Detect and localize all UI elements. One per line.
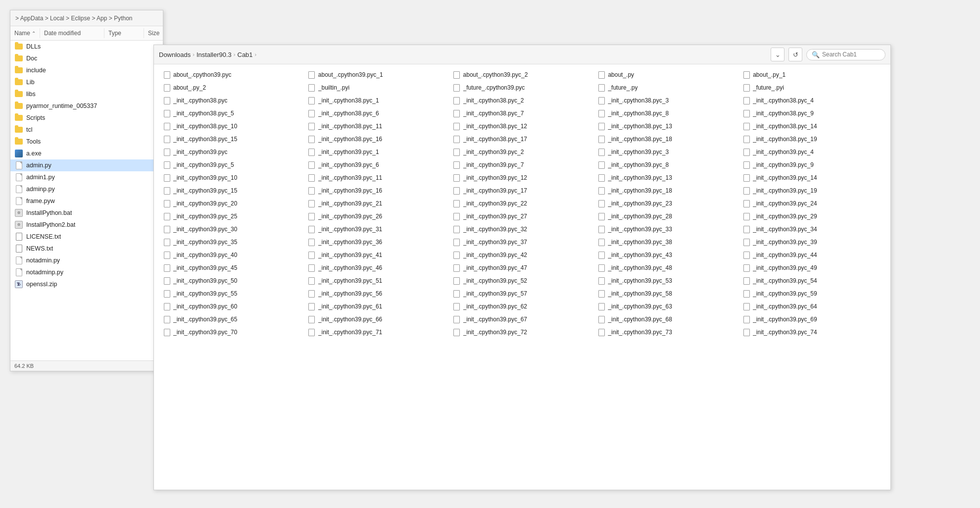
grid-item[interactable]: _future_.py xyxy=(594,81,739,94)
grid-item[interactable]: _init_.cpython38.pyc_8 xyxy=(594,107,739,120)
grid-item[interactable]: _init_.cpython39.pyc_74 xyxy=(739,326,884,339)
grid-item[interactable]: _init_.cpython38.pyc_15 xyxy=(160,133,305,146)
list-item[interactable]: adminp.py xyxy=(10,183,163,195)
grid-item[interactable]: _init_.cpython39.pyc_33 xyxy=(594,223,739,236)
grid-item[interactable]: _init_.cpython39.pyc_56 xyxy=(305,287,450,300)
grid-item[interactable]: _init_.cpython39.pyc_46 xyxy=(305,261,450,274)
grid-item[interactable]: _init_.cpython39.pyc_73 xyxy=(594,326,739,339)
list-item[interactable]: ⚙ InstallPython2.bat xyxy=(10,219,163,231)
list-item[interactable]: Doc xyxy=(10,52,163,64)
grid-item[interactable]: _init_.cpython38.pyc_5 xyxy=(160,107,305,120)
grid-item[interactable]: _init_.cpython39.pyc_43 xyxy=(594,249,739,261)
grid-item[interactable]: _init_.cpython39.pyc_22 xyxy=(450,197,595,210)
list-item[interactable]: LICENSE.txt xyxy=(10,231,163,243)
grid-item[interactable]: _init_.cpython39.pyc_21 xyxy=(305,197,450,210)
grid-item[interactable]: _init_.cpython38.pyc xyxy=(160,94,305,107)
grid-item[interactable]: _init_.cpython39.pyc_49 xyxy=(739,261,884,274)
grid-item[interactable]: _init_.cpython39.pyc_2 xyxy=(450,146,595,158)
grid-item[interactable]: _init_.cpython39.pyc_38 xyxy=(594,236,739,249)
grid-item[interactable]: _init_.cpython38.pyc_6 xyxy=(305,107,450,120)
grid-item[interactable]: _init_.cpython39.pyc_60 xyxy=(160,300,305,313)
grid-item[interactable]: _init_.cpython38.pyc_10 xyxy=(160,120,305,133)
col-date[interactable]: Date modified xyxy=(40,28,104,38)
grid-item[interactable]: _init_.cpython39.pyc_62 xyxy=(450,300,595,313)
grid-item[interactable]: _init_.cpython39.pyc_5 xyxy=(160,158,305,171)
grid-item[interactable]: _init_.cpython39.pyc_4 xyxy=(739,146,884,158)
left-breadcrumb[interactable]: > AppData > Local > Eclipse > App > Pyth… xyxy=(10,10,163,26)
grid-item[interactable]: _init_.cpython39.pyc_36 xyxy=(305,236,450,249)
grid-item[interactable]: _init_.cpython39.pyc_3 xyxy=(594,146,739,158)
grid-item[interactable]: _init_.cpython39.pyc xyxy=(160,146,305,158)
col-type[interactable]: Type xyxy=(104,28,144,38)
grid-item[interactable]: _init_.cpython38.pyc_19 xyxy=(739,133,884,146)
grid-item[interactable]: about_.cpython39.pyc_2 xyxy=(450,68,595,81)
grid-item[interactable]: _init_.cpython39.pyc_72 xyxy=(450,326,595,339)
grid-item[interactable]: _init_.cpython39.pyc_25 xyxy=(160,210,305,223)
grid-item[interactable]: _init_.cpython39.pyc_47 xyxy=(450,261,595,274)
list-item[interactable]: tcl xyxy=(10,124,163,136)
grid-item[interactable]: _init_.cpython38.pyc_3 xyxy=(594,94,739,107)
grid-item[interactable]: _init_.cpython39.pyc_24 xyxy=(739,197,884,210)
grid-item[interactable]: _init_.cpython39.pyc_1 xyxy=(305,146,450,158)
list-item[interactable]: Lib xyxy=(10,76,163,88)
grid-item[interactable]: _init_.cpython38.pyc_14 xyxy=(739,120,884,133)
grid-item[interactable]: _init_.cpython39.pyc_9 xyxy=(739,158,884,171)
grid-item[interactable]: _init_.cpython38.pyc_7 xyxy=(450,107,595,120)
list-item[interactable]: DLLs xyxy=(10,41,163,52)
grid-item[interactable]: _init_.cpython38.pyc_13 xyxy=(594,120,739,133)
grid-item[interactable]: _init_.cpython39.pyc_23 xyxy=(594,197,739,210)
list-item[interactable]: notadminp.py xyxy=(10,266,163,278)
grid-item[interactable]: _init_.cpython38.pyc_9 xyxy=(739,107,884,120)
grid-item[interactable]: _init_.cpython39.pyc_37 xyxy=(450,236,595,249)
grid-item[interactable]: _init_.cpython38.pyc_2 xyxy=(450,94,595,107)
grid-item[interactable]: _init_.cpython38.pyc_12 xyxy=(450,120,595,133)
grid-item[interactable]: _init_.cpython39.pyc_10 xyxy=(160,171,305,184)
grid-item[interactable]: about_.py_1 xyxy=(739,68,884,81)
grid-item[interactable]: _init_.cpython39.pyc_31 xyxy=(305,223,450,236)
list-item[interactable]: libs xyxy=(10,88,163,100)
grid-item[interactable]: _init_.cpython39.pyc_52 xyxy=(450,274,595,287)
list-item[interactable]: frame.pyw xyxy=(10,195,163,207)
grid-item[interactable]: _init_.cpython39.pyc_34 xyxy=(739,223,884,236)
grid-item[interactable]: _init_.cpython39.pyc_7 xyxy=(450,158,595,171)
grid-item[interactable]: _init_.cpython39.pyc_19 xyxy=(739,184,884,197)
grid-item[interactable]: _init_.cpython39.pyc_63 xyxy=(594,300,739,313)
list-item[interactable]: ⚙ InstallPython.bat xyxy=(10,207,163,219)
grid-item[interactable]: _init_.cpython39.pyc_30 xyxy=(160,223,305,236)
grid-item[interactable]: _init_.cpython39.pyc_17 xyxy=(450,184,595,197)
grid-item[interactable]: _init_.cpython39.pyc_44 xyxy=(739,249,884,261)
grid-item[interactable]: about_.cpython39.pyc_1 xyxy=(305,68,450,81)
grid-item[interactable]: _init_.cpython39.pyc_14 xyxy=(739,171,884,184)
grid-item[interactable]: _init_.cpython39.pyc_28 xyxy=(594,210,739,223)
list-item[interactable]: include xyxy=(10,64,163,76)
grid-item[interactable]: _init_.cpython39.pyc_65 xyxy=(160,313,305,326)
list-item[interactable]: NEWS.txt xyxy=(10,243,163,254)
grid-item[interactable]: _init_.cpython39.pyc_50 xyxy=(160,274,305,287)
grid-item[interactable]: _init_.cpython39.pyc_64 xyxy=(739,300,884,313)
grid-item[interactable]: _future_.cpython39.pyc xyxy=(450,81,595,94)
grid-item[interactable]: _init_.cpython39.pyc_11 xyxy=(305,171,450,184)
grid-item[interactable]: _init_.cpython39.pyc_8 xyxy=(594,158,739,171)
grid-item[interactable]: _init_.cpython39.pyc_51 xyxy=(305,274,450,287)
grid-item[interactable]: about_.cpython39.pyc xyxy=(160,68,305,81)
grid-item[interactable]: _init_.cpython39.pyc_26 xyxy=(305,210,450,223)
grid-item[interactable]: _builtin_.pyi xyxy=(305,81,450,94)
grid-item[interactable]: _init_.cpython39.pyc_35 xyxy=(160,236,305,249)
list-item[interactable]: 🗜 openssl.zip xyxy=(10,278,163,290)
grid-item[interactable]: _init_.cpython39.pyc_58 xyxy=(594,287,739,300)
list-item[interactable]: Scripts xyxy=(10,112,163,124)
grid-item[interactable]: _init_.cpython39.pyc_55 xyxy=(160,287,305,300)
refresh-btn[interactable]: ↺ xyxy=(788,48,802,61)
grid-item[interactable]: _init_.cpython39.pyc_16 xyxy=(305,184,450,197)
grid-item[interactable]: _init_.cpython39.pyc_29 xyxy=(739,210,884,223)
grid-item[interactable]: about_.py xyxy=(594,68,739,81)
grid-item[interactable]: _init_.cpython39.pyc_15 xyxy=(160,184,305,197)
search-input[interactable] xyxy=(822,51,877,58)
grid-item[interactable]: _init_.cpython39.pyc_71 xyxy=(305,326,450,339)
grid-item[interactable]: _init_.cpython39.pyc_67 xyxy=(450,313,595,326)
list-item[interactable]: Tools xyxy=(10,136,163,148)
list-item[interactable]: pyarmor_runtime_005337 xyxy=(10,100,163,112)
grid-item[interactable]: _init_.cpython39.pyc_27 xyxy=(450,210,595,223)
grid-item[interactable]: _init_.cpython39.pyc_45 xyxy=(160,261,305,274)
grid-item[interactable]: _future_.pyi xyxy=(739,81,884,94)
